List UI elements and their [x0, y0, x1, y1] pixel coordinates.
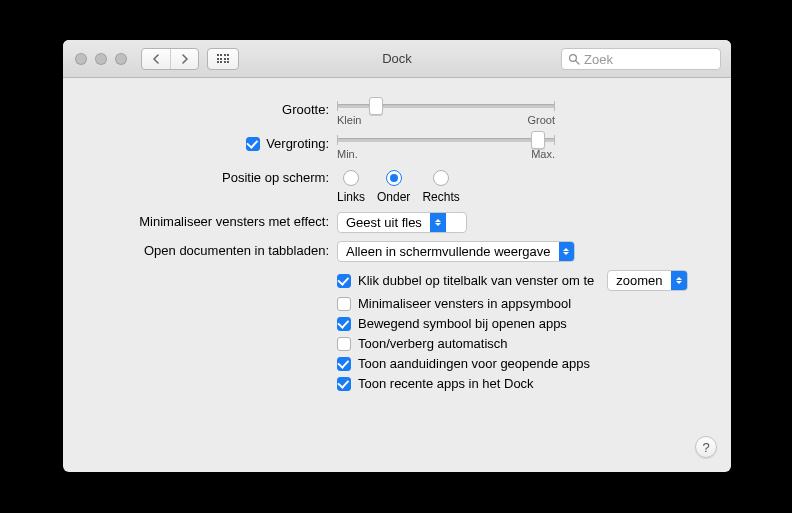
recents-label: Toon recente apps in het Dock — [358, 376, 534, 391]
close-window-button[interactable] — [75, 53, 87, 65]
recents-checkbox[interactable] — [337, 377, 351, 391]
updown-icon — [671, 271, 687, 290]
magnification-slider-thumb[interactable] — [531, 131, 545, 149]
minimize-into-icon-label: Minimaliseer vensters in appsymbool — [358, 296, 571, 311]
size-slider-thumb[interactable] — [369, 97, 383, 115]
open-tabs-value: Alleen in schermvullende weergave — [338, 244, 559, 259]
position-left-label: Links — [337, 190, 365, 204]
position-left-radio[interactable] — [343, 170, 359, 186]
minimize-effect-value: Geest uit fles — [338, 215, 430, 230]
position-bottom-label: Onder — [377, 190, 410, 204]
zoom-window-button[interactable] — [115, 53, 127, 65]
chevron-right-icon — [181, 54, 189, 64]
minimize-effect-label: Minimaliseer vensters met effect: — [139, 214, 329, 229]
autohide-checkbox[interactable] — [337, 337, 351, 351]
magnification-slider[interactable]: Min. Max. — [337, 134, 555, 160]
search-icon — [568, 53, 580, 65]
magnification-min-label: Min. — [337, 148, 358, 160]
autohide-label: Toon/verberg automatisch — [358, 336, 508, 351]
preferences-window: Dock Grootte: Klein Groot — [63, 40, 731, 472]
doubleclick-label: Klik dubbel op titelbalk van venster om … — [358, 273, 594, 288]
show-all-button[interactable] — [207, 48, 239, 70]
indicators-checkbox[interactable] — [337, 357, 351, 371]
size-max-label: Groot — [527, 114, 555, 126]
position-bottom-radio[interactable] — [386, 170, 402, 186]
size-min-label: Klein — [337, 114, 361, 126]
search-input[interactable] — [584, 52, 714, 67]
magnification-label: Vergroting: — [266, 136, 329, 151]
doubleclick-action-value: zoomen — [608, 273, 670, 288]
doubleclick-checkbox[interactable] — [337, 274, 351, 288]
animate-opening-checkbox[interactable] — [337, 317, 351, 331]
updown-icon — [559, 242, 574, 261]
window-controls — [63, 53, 127, 65]
position-right-label: Rechts — [422, 190, 459, 204]
titlebar: Dock — [63, 40, 731, 78]
grid-icon — [217, 54, 230, 63]
chevron-left-icon — [152, 54, 160, 64]
search-field[interactable] — [561, 48, 721, 70]
position-right-radio[interactable] — [433, 170, 449, 186]
indicators-label: Toon aanduidingen voor geopende apps — [358, 356, 590, 371]
minimize-into-icon-checkbox[interactable] — [337, 297, 351, 311]
position-radios: Links Onder Rechts — [337, 170, 707, 204]
svg-line-1 — [576, 61, 579, 64]
forward-button[interactable] — [170, 49, 198, 69]
open-tabs-select[interactable]: Alleen in schermvullende weergave — [337, 241, 575, 262]
size-label: Grootte: — [282, 102, 329, 117]
options-list: Klik dubbel op titelbalk van venster om … — [337, 270, 707, 391]
minimize-window-button[interactable] — [95, 53, 107, 65]
help-button[interactable]: ? — [695, 436, 717, 458]
doubleclick-action-select[interactable]: zoomen — [607, 270, 687, 291]
back-button[interactable] — [142, 49, 170, 69]
magnification-checkbox[interactable] — [246, 137, 260, 151]
help-icon: ? — [702, 440, 709, 455]
size-slider[interactable]: Klein Groot — [337, 100, 555, 126]
open-tabs-label: Open documenten in tabbladen: — [144, 243, 329, 258]
nav-back-forward — [141, 48, 199, 70]
magnification-max-label: Max. — [531, 148, 555, 160]
animate-opening-label: Bewegend symbool bij openen apps — [358, 316, 567, 331]
content: Grootte: Klein Groot Vergro — [63, 78, 731, 414]
updown-icon — [430, 213, 446, 232]
minimize-effect-select[interactable]: Geest uit fles — [337, 212, 467, 233]
position-label: Positie op scherm: — [222, 170, 329, 185]
